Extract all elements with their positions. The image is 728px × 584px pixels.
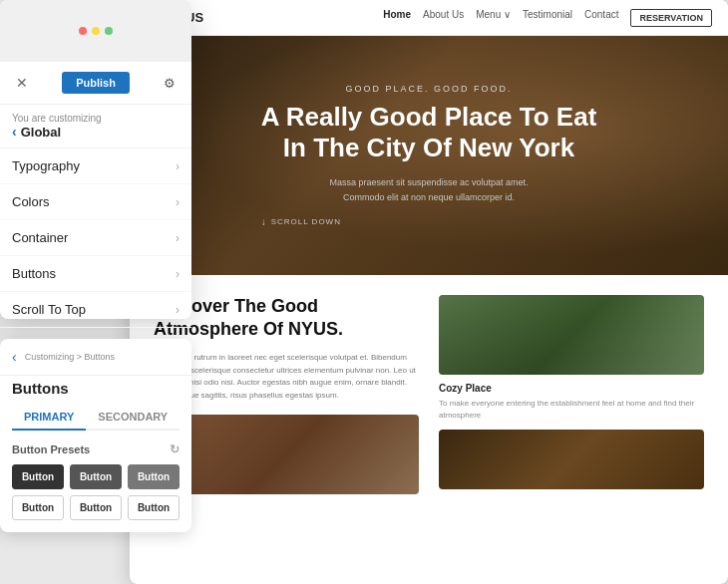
btn-panel-breadcrumb: Customizing > Buttons — [25, 352, 115, 362]
back-arrow-icon[interactable]: ‹ — [12, 124, 17, 140]
panel-top-bar — [0, 0, 191, 62]
tab-secondary[interactable]: SECONDARY — [86, 405, 180, 431]
menu-item-buttons-label: Buttons — [12, 266, 56, 281]
refresh-icon[interactable]: ↻ — [170, 442, 180, 456]
nav-contact[interactable]: Contact — [584, 9, 618, 27]
cozy-place-title: Cozy Place — [439, 383, 704, 394]
nav-home[interactable]: Home — [383, 9, 411, 27]
site-content: Discover The Good Atmosphere Of NYUS. Ne… — [130, 275, 728, 514]
preset-btn-4[interactable]: Button — [12, 495, 64, 520]
menu-item-typography[interactable]: Typography › — [0, 148, 191, 184]
section-body: Neque elit, rutrum in laoreet nec eget s… — [154, 352, 419, 403]
section-title: Discover The Good Atmosphere Of NYUS. — [154, 295, 419, 342]
menu-item-container[interactable]: Container › — [0, 220, 191, 256]
content-right: Cozy Place To make everyone entering the… — [439, 295, 704, 494]
panel-top-dots — [79, 27, 113, 35]
chevron-icon: › — [176, 159, 180, 173]
menu-item-colors[interactable]: Colors › — [0, 184, 191, 220]
customizing-value: ‹ Global — [12, 124, 180, 140]
menu-item-container-label: Container — [12, 230, 68, 245]
hero-tag: GOOD PLACE. GOOD FOOD. — [261, 84, 597, 94]
menu-item-scroll-to-top[interactable]: Scroll To Top › — [0, 292, 191, 328]
content-image — [154, 415, 419, 494]
chevron-icon: › — [176, 267, 180, 281]
btn-presets-label: Button Presets ↻ — [12, 442, 180, 456]
right-image-bottom — [439, 430, 704, 489]
publish-button[interactable]: Publish — [62, 72, 130, 94]
hero-subtitle: Massa praesent sit suspendisse ac volutp… — [319, 175, 539, 204]
menu-item-typography-label: Typography — [12, 158, 80, 173]
dot-green — [105, 27, 113, 35]
preset-btn-5[interactable]: Button — [70, 495, 122, 520]
customizer-header: ✕ Publish ⚙ — [0, 62, 191, 105]
btn-panel-header: ‹ Customizing > Buttons — [0, 339, 191, 376]
scroll-down-label: SCROLL DOWN — [271, 217, 341, 226]
nav-menu[interactable]: Menu ∨ — [476, 9, 511, 27]
customizer-panel: ✕ Publish ⚙ You are customizing ‹ Global… — [0, 0, 191, 319]
hero-title: A Really Good Place To Eat In The City O… — [261, 102, 597, 163]
chevron-icon: › — [176, 303, 180, 317]
buttons-panel: ‹ Customizing > Buttons Buttons PRIMARY … — [0, 339, 191, 532]
btn-presets-grid: Button Button Button Button Button Butto… — [12, 464, 180, 520]
website-preview: NYUS Home About Us Menu ∨ Testimonial Co… — [130, 0, 728, 584]
scroll-down: ↓ SCROLL DOWN — [261, 216, 597, 227]
right-image-overlay — [439, 295, 704, 375]
hero-title-line1: A Really Good Place To Eat — [261, 102, 597, 133]
content-left: Discover The Good Atmosphere Of NYUS. Ne… — [154, 295, 419, 494]
preset-btn-2[interactable]: Button — [70, 464, 122, 489]
customizer-info: You are customizing ‹ Global — [0, 105, 191, 148]
btn-presets-text: Button Presets — [12, 443, 90, 455]
cozy-place-text: To make everyone entering the establishm… — [439, 398, 704, 422]
nav-testimonial[interactable]: Testimonial — [523, 9, 572, 27]
hero-content: GOOD PLACE. GOOD FOOD. A Really Good Pla… — [261, 84, 597, 227]
settings-icon[interactable]: ⚙ — [160, 73, 180, 93]
menu-item-scroll-label: Scroll To Top — [12, 302, 86, 317]
dot-red — [79, 27, 87, 35]
dot-yellow — [92, 27, 100, 35]
tab-primary[interactable]: PRIMARY — [12, 405, 86, 431]
scope-label: Global — [21, 125, 61, 140]
nav-about[interactable]: About Us — [423, 9, 464, 27]
preset-btn-1[interactable]: Button — [12, 464, 64, 489]
btn-back-arrow[interactable]: ‹ — [12, 349, 17, 365]
menu-item-buttons[interactable]: Buttons › — [0, 256, 191, 292]
site-navbar: NYUS Home About Us Menu ∨ Testimonial Co… — [130, 0, 728, 36]
chevron-icon: › — [176, 195, 180, 209]
chevron-icon: › — [176, 231, 180, 245]
content-image-overlay — [154, 415, 419, 494]
site-hero: GOOD PLACE. GOOD FOOD. A Really Good Pla… — [130, 36, 728, 275]
nav-reservation[interactable]: RESERVATION — [630, 9, 712, 27]
preset-btn-3[interactable]: Button — [128, 464, 180, 489]
menu-item-colors-label: Colors — [12, 194, 50, 209]
btn-presets-section: Button Presets ↻ Button Button Button Bu… — [0, 431, 191, 532]
btn-panel-title: Buttons — [0, 376, 191, 405]
btn-tabs: PRIMARY SECONDARY — [12, 405, 180, 431]
hero-title-line2: In The City Of New York — [261, 133, 597, 163]
right-image-top — [439, 295, 704, 375]
site-nav-links: Home About Us Menu ∨ Testimonial Contact… — [383, 9, 712, 27]
preset-btn-6[interactable]: Button — [128, 495, 180, 520]
close-button[interactable]: ✕ — [12, 73, 32, 93]
customizing-label: You are customizing — [12, 113, 180, 124]
scroll-down-arrow: ↓ — [261, 216, 267, 227]
